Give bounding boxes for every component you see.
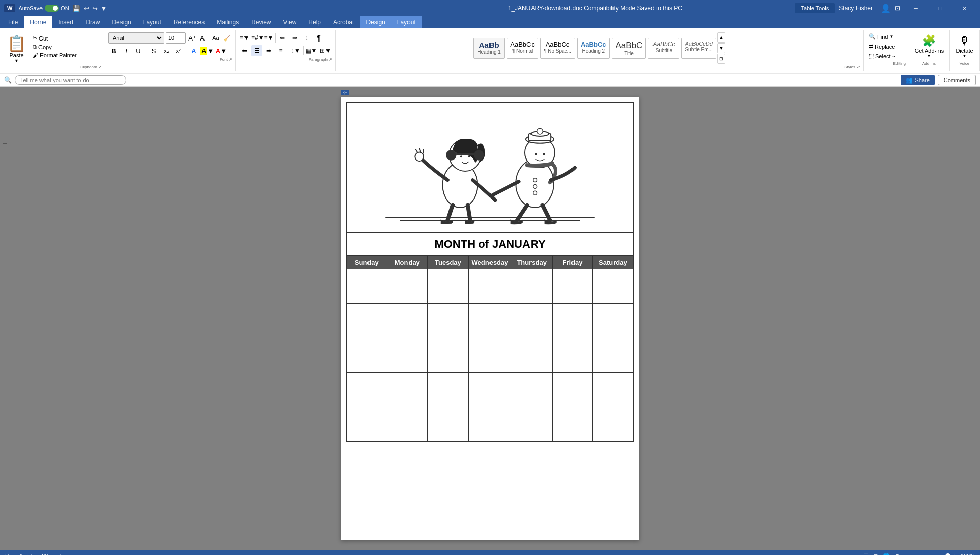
style-subtle[interactable]: AaBbCcDd Subtle Em... [681,38,716,59]
copy-button[interactable]: ⧉ Copy [31,43,79,51]
dictate-button[interactable]: 🎙 Dictate ▼ [954,32,975,60]
font-size-input[interactable] [166,32,186,44]
tab-design-tools[interactable]: Design [360,16,391,28]
font-color-button[interactable]: A▼ [215,45,228,56]
cell-2-7[interactable] [592,304,634,338]
style-nospace[interactable]: AaBbCc ¶ No Spac... [540,38,575,59]
cell-4-5[interactable] [511,373,553,407]
save-icon[interactable]: 💾 [72,5,80,12]
cell-5-2[interactable] [387,407,427,442]
cell-5-6[interactable] [553,407,593,442]
highlight-color-button[interactable]: A▼ [200,45,214,56]
cell-4-3[interactable] [428,373,469,407]
font-name-select[interactable]: Arial [108,32,164,44]
cell-3-5[interactable] [511,338,553,373]
cell-2-5[interactable] [511,304,553,338]
view-normal-icon[interactable]: ☰ [863,553,868,556]
cell-4-2[interactable] [387,373,427,407]
cell-2-3[interactable] [428,304,469,338]
style-subtitle[interactable]: AaBbCc Subtitle [648,38,679,59]
line-spacing-button[interactable]: ↕▼ [289,45,302,56]
styles-expand-icon[interactable]: ↗ [856,65,860,69]
tab-view[interactable]: View [277,16,303,28]
sort-button[interactable]: ↕ [301,32,312,44]
cell-1-6[interactable] [553,269,593,304]
close-button[interactable]: ✕ [953,0,976,16]
cell-4-1[interactable] [346,373,387,407]
font-expand-icon[interactable]: ↗ [229,57,232,62]
select-button[interactable]: ⬚ Select ~ [867,52,906,60]
style-heading1[interactable]: AaBb Heading 1 [473,38,505,59]
bullets-button[interactable]: ≡▼ [239,32,250,44]
decrease-font-button[interactable]: A⁻ [199,33,209,43]
document-page[interactable]: ⊹ [341,97,639,540]
styles-group-label[interactable]: Styles ↗ [844,64,860,69]
tab-layout[interactable]: Layout [137,16,168,28]
format-painter-button[interactable]: 🖌 Format Painter [31,52,79,59]
profile-icon[interactable]: 👤 [881,4,891,13]
tab-home[interactable]: Home [24,16,52,28]
subscript-button[interactable]: x₂ [160,45,172,56]
style-title[interactable]: AaBbC Title [612,38,646,59]
cell-3-3[interactable] [428,338,469,373]
style-normal[interactable]: AaBbCc ¶ Normal [507,38,538,59]
cell-5-3[interactable] [428,407,469,442]
zoom-in-icon[interactable]: + [952,553,955,555]
cell-1-7[interactable] [592,269,634,304]
cell-2-6[interactable] [553,304,593,338]
find-button[interactable]: 🔍 Find ▼ [867,32,906,41]
view-print-icon[interactable]: ⊡ [873,553,878,556]
ribbon-search-input[interactable] [15,75,126,85]
get-addins-button[interactable]: 🧩 Get Add-ins ▼ [913,32,946,60]
increase-indent-button[interactable]: ⇒ [289,32,300,44]
italic-button[interactable]: I [120,45,132,56]
cell-1-5[interactable] [511,269,553,304]
clear-format-button[interactable]: 🧹 [222,33,232,43]
cell-4-6[interactable] [553,373,593,407]
dictate-dropdown[interactable]: ▼ [963,54,967,58]
cell-1-3[interactable] [428,269,469,304]
zoom-percent[interactable]: 100% [961,553,975,555]
cell-2-4[interactable] [468,304,511,338]
paste-dropdown-arrow[interactable]: ▼ [14,58,19,63]
cell-5-5[interactable] [511,407,553,442]
align-left-button[interactable]: ⬅ [239,45,250,56]
comments-button[interactable]: Comments [938,75,976,85]
cell-2-2[interactable] [387,304,427,338]
superscript-button[interactable]: x² [173,45,184,56]
zoom-out-icon[interactable]: − [905,553,908,555]
cell-1-2[interactable] [387,269,427,304]
cell-4-7[interactable] [592,373,634,407]
tab-draw[interactable]: Draw [79,16,106,28]
paste-button[interactable]: 📋 Paste ▼ [3,32,30,69]
tab-review[interactable]: Review [245,16,277,28]
cell-4-4[interactable] [468,373,511,407]
cut-button[interactable]: ✂ Cut [31,34,79,42]
minimize-button[interactable]: ─ [904,0,927,16]
undo-icon[interactable]: ↩ [84,5,89,12]
view-focus-icon[interactable]: ⊙ [895,553,900,556]
clipboard-expand-icon[interactable]: ↗ [98,65,102,69]
share-button[interactable]: 👥 Share [901,75,934,85]
cell-3-2[interactable] [387,338,427,373]
cell-3-4[interactable] [468,338,511,373]
autosave-toggle[interactable] [45,5,59,12]
cell-3-6[interactable] [553,338,593,373]
show-marks-button[interactable]: ¶ [313,32,324,44]
cell-5-1[interactable] [346,407,387,442]
tab-references[interactable]: References [168,16,211,28]
customize-icon[interactable]: ▼ [101,5,107,12]
cell-1-1[interactable] [346,269,387,304]
tab-mailings[interactable]: Mailings [211,16,245,28]
cell-3-1[interactable] [346,338,387,373]
styles-scroll-down-button[interactable]: ▼ [717,43,725,53]
tab-help[interactable]: Help [302,16,327,28]
view-web-icon[interactable]: 🌐 [883,553,890,556]
shading-button[interactable]: ▦▼ [305,45,318,56]
table-move-handle[interactable]: ⊹ [341,90,349,95]
tab-insert[interactable]: Insert [52,16,79,28]
styles-scroll-up-button[interactable]: ▲ [717,32,725,43]
tab-design[interactable]: Design [106,16,137,28]
styles-more-button[interactable]: ⊡ [717,54,725,64]
justify-button[interactable]: ≡ [275,45,287,56]
